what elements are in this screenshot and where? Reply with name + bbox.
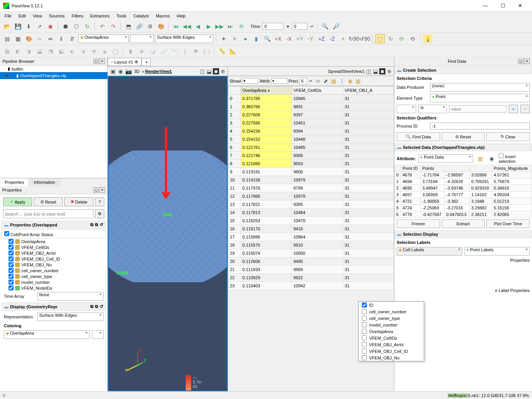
split-v-icon[interactable]: ⬓: [206, 68, 212, 74]
screenshot-icon[interactable]: ↗: [35, 22, 44, 31]
cell-connect-icon[interactable]: ◉: [347, 76, 354, 86]
tube-icon[interactable]: ◯: [111, 47, 120, 56]
add-criteria-button[interactable]: +: [509, 105, 518, 113]
ruler-icon[interactable]: 📏: [217, 47, 226, 56]
stream-icon[interactable]: ⬗: [78, 47, 88, 56]
select-cells-icon[interactable]: ✧: [230, 34, 239, 43]
prev-frame-icon[interactable]: ◀◀: [182, 22, 192, 31]
gear-icon[interactable]: ⚙: [95, 209, 104, 218]
attribute-combo[interactable]: ▾: [271, 78, 287, 84]
component-combo[interactable]: [130, 35, 154, 43]
camera-icon[interactable]: 📷: [125, 68, 132, 75]
palette-icon[interactable]: 🎨: [156, 22, 166, 31]
menu-sources[interactable]: Sources: [46, 13, 67, 19]
save-state-icon[interactable]: ⬇: [24, 22, 33, 31]
coloring-value-combo[interactable]: ◆ OverlapArea: [4, 330, 90, 339]
menu-macros[interactable]: Macros: [153, 13, 173, 19]
rotate-ccw-icon[interactable]: ↺90: [360, 34, 370, 43]
calculator-icon[interactable]: ▦: [2, 47, 12, 56]
point-labels-combo[interactable]: ● Point Labels: [465, 247, 530, 256]
dropdown-item[interactable]: model_number: [359, 321, 424, 328]
rotate-cw-icon[interactable]: ↻90: [349, 34, 359, 43]
spreadsheet-table[interactable]: OverlapArea ▼VFEM_CellIDsVFEM_OBJ_A 00.3…: [228, 86, 394, 290]
data-producer-combo[interactable]: (none): [430, 83, 530, 92]
array-status-header[interactable]: Cell/Point Array Status: [2, 230, 106, 238]
reload-icon[interactable]: ↻: [83, 22, 92, 31]
array-row[interactable]: model_number: [2, 279, 106, 285]
select-polygon-icon[interactable]: ▮: [252, 34, 261, 43]
props-section-header[interactable]: ▬Properties (Overlapped ⧉ ⧉ ↺: [2, 221, 106, 229]
pipeline-close-icon[interactable]: ✕: [100, 59, 105, 64]
plot-over-time-button[interactable]: Plot Over Time: [486, 219, 530, 228]
pipeline-icon[interactable]: ⬒: [124, 22, 133, 31]
dropdown-item[interactable]: VFEM_OBJ_Cell_ID: [359, 348, 424, 354]
visibility-eye-icon[interactable]: [4, 73, 9, 78]
protractor-icon[interactable]: 📐: [228, 47, 237, 56]
criteria-value-input[interactable]: [449, 105, 506, 112]
menu-view[interactable]: View: [30, 13, 45, 19]
display-section-header[interactable]: ▬Display (GeometryRepr ⧉ ⧉ ↺: [2, 302, 106, 311]
connect-icon[interactable]: ⬢: [61, 22, 70, 31]
step-back-icon[interactable]: ◀: [193, 22, 202, 31]
coloring-combo[interactable]: ◆ OverlapArea: [78, 35, 129, 43]
sheet-close-icon[interactable]: ⊗: [386, 68, 392, 74]
display-copy-icon[interactable]: ⧉: [90, 304, 93, 309]
extract-button[interactable]: Extract: [442, 219, 485, 228]
preset-icon[interactable]: 🎨: [24, 34, 33, 43]
criteria-operator-combo[interactable]: is: [418, 105, 447, 113]
array-row[interactable]: VFEM_OBJ_No: [2, 262, 106, 268]
zoom-out-icon[interactable]: 🔎: [331, 22, 340, 31]
plot3-icon[interactable]: 📉: [169, 47, 179, 56]
last-frame-icon[interactable]: ⏭: [226, 22, 235, 31]
menu-edit[interactable]: Edit: [16, 13, 29, 19]
minus-y-icon[interactable]: -Y: [306, 34, 315, 43]
representation-value-combo[interactable]: Surface With Edges: [37, 313, 104, 321]
find-data-button[interactable]: 🔍Find Data: [397, 132, 440, 141]
criteria-field-combo[interactable]: [397, 105, 416, 113]
clip-icon[interactable]: ◑: [24, 47, 33, 56]
props-float-icon[interactable]: ◱: [93, 187, 99, 193]
time-index-input[interactable]: [292, 23, 307, 30]
probe-icon[interactable]: ◈: [137, 47, 146, 56]
representation-combo[interactable]: Surface With Edges: [155, 35, 213, 43]
dropdown-item[interactable]: cell_owner_number: [359, 308, 424, 315]
array-row[interactable]: cell_owner_number: [2, 268, 106, 273]
light-icon[interactable]: 💡: [423, 34, 432, 43]
dropdown-item[interactable]: VFEM_CellIDs: [359, 335, 424, 341]
attribute-combo[interactable]: ● Point Data: [418, 154, 473, 163]
rescale-custom-icon[interactable]: ⇔: [46, 34, 55, 43]
plus-y-icon[interactable]: +Y: [295, 34, 304, 43]
array-row[interactable]: cell_owner_type: [2, 273, 106, 279]
dropdown-item[interactable]: VFEM_OBJ_No: [359, 354, 424, 361]
apply-all-icon[interactable]: ⟳: [397, 34, 406, 43]
find-clear-button[interactable]: ↻Clear: [486, 132, 530, 141]
preferences-icon[interactable]: ⚙: [145, 22, 155, 31]
menu-tools[interactable]: Tools: [113, 13, 130, 19]
help-button[interactable]: ?: [95, 197, 104, 206]
open-icon[interactable]: 📂: [2, 22, 12, 31]
maximize-view-icon[interactable]: ■: [213, 68, 219, 74]
close-tab-icon[interactable]: ⊗: [135, 59, 138, 64]
minus-x-icon[interactable]: -X: [284, 34, 294, 43]
time-array-combo[interactable]: None: [37, 292, 104, 301]
annotation-icon[interactable]: ✱: [191, 47, 200, 56]
precision-input[interactable]: [299, 78, 307, 85]
pipeline-root[interactable]: ▮builtin:: [0, 66, 107, 72]
isometric-icon[interactable]: ✦: [339, 34, 348, 43]
integrate-icon[interactable]: ∫: [180, 47, 190, 56]
menu-file[interactable]: File: [2, 13, 15, 19]
maximize-button[interactable]: ☐: [494, 0, 511, 11]
array-row[interactable]: VFEM_OBJ_Cell_ID: [2, 256, 106, 262]
fixed-notation-icon[interactable]: .10: [314, 76, 321, 86]
freeze-button[interactable]: Freeze: [397, 219, 440, 228]
zoom-to-box-icon[interactable]: 🔍: [263, 34, 272, 43]
select-points-icon[interactable]: ✦: [219, 34, 228, 43]
reset-all-icon[interactable]: ⟲: [408, 34, 417, 43]
export-icon[interactable]: ⬈: [322, 76, 329, 86]
sheet-max-icon[interactable]: ■: [379, 68, 385, 74]
process-id-input[interactable]: [430, 123, 530, 130]
menu-extractors[interactable]: Extractors: [87, 13, 113, 19]
coloring-component-combo[interactable]: [92, 330, 104, 339]
selected-data-header[interactable]: ▬Selected Data (OverlappedTriangles.vtp): [394, 143, 532, 151]
find-float-icon[interactable]: ◱: [518, 59, 523, 64]
